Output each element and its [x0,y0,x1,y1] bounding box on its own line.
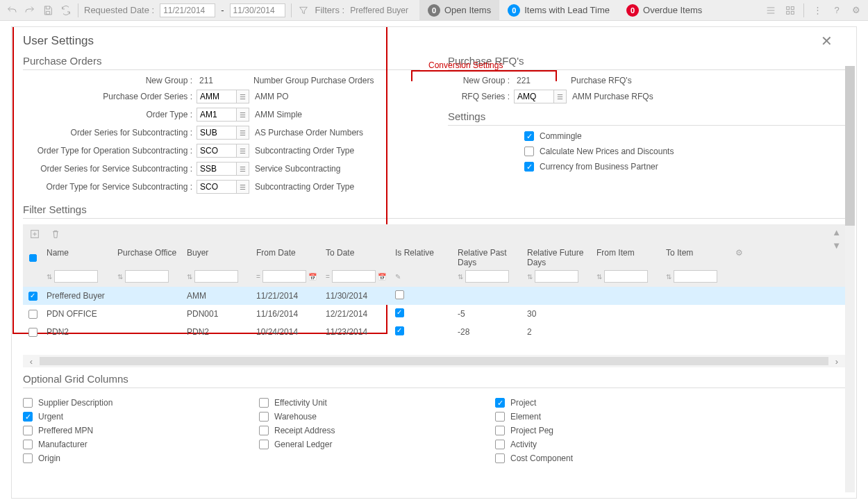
checkbox[interactable] [495,412,505,422]
checkbox[interactable] [23,426,33,435]
lookup-icon[interactable]: ☰ [554,90,567,103]
row-checkbox[interactable] [28,292,37,301]
column-header[interactable]: Relative Future Days [523,244,592,270]
scroll-left-icon[interactable]: ‹ [23,356,40,367]
lookup-icon[interactable]: ☰ [237,126,249,140]
column-header[interactable]: Buyer [183,244,252,270]
sort-icon[interactable]: ⇅ [527,273,533,281]
arrow-up-icon[interactable]: ▲ [832,227,841,238]
checkbox[interactable] [495,398,505,408]
arrow-down-icon[interactable]: ▼ [832,240,841,251]
combo-input[interactable] [197,180,237,194]
lookup-icon[interactable]: ☰ [237,108,249,122]
is-relative-checkbox[interactable] [395,326,404,335]
filter-row[interactable]: PDN2 PDN2 10/24/2014 11/23/2014 -28 2 [23,323,845,341]
redo-icon[interactable] [24,4,36,17]
checkbox[interactable] [23,412,33,422]
scroll-thumb[interactable] [845,66,855,226]
filter-row[interactable]: Preffered Buyer AMM 11/21/2014 11/30/201… [23,287,845,305]
column-header[interactable]: Relative Past Days [453,244,523,270]
filter-op-icon[interactable]: = [256,273,260,281]
combo-input[interactable] [514,90,554,103]
horizontal-scrollbar[interactable]: ‹ › [23,355,845,367]
close-icon[interactable]: ✕ [821,34,833,48]
combo-input[interactable] [197,126,237,140]
filter-icon[interactable] [297,4,310,17]
checkbox[interactable] [259,398,269,408]
sort-icon[interactable]: ⇅ [187,273,192,281]
date-to-input[interactable] [230,3,285,17]
vertical-scrollbar[interactable] [845,66,855,492]
combo-input[interactable] [197,144,237,158]
row-checkbox[interactable] [28,328,37,337]
refresh-icon[interactable] [60,4,72,17]
edit-filter-icon[interactable]: ✎ [395,273,401,281]
date-from-input[interactable] [160,3,215,17]
active-filter-name[interactable]: Preffered Buyer [350,6,408,15]
scroll-right-icon[interactable]: › [828,356,845,367]
save-icon[interactable] [42,4,54,17]
sort-icon[interactable]: ⇅ [47,273,52,281]
list-view-icon[interactable] [765,4,777,17]
row-checkbox[interactable] [28,310,37,319]
column-filter-input[interactable] [125,270,169,283]
column-filter-input[interactable] [535,270,578,283]
gear-icon[interactable]: ⚙ [850,4,862,17]
combo-input[interactable] [197,108,237,122]
column-filter-input[interactable] [194,270,238,283]
add-row-icon[interactable] [28,228,41,240]
checkbox[interactable] [524,162,534,172]
column-header[interactable]: Purchase Office [113,244,183,270]
sort-icon[interactable]: ⇅ [666,273,671,281]
checkbox[interactable] [23,398,33,408]
lookup-icon[interactable]: ☰ [237,162,249,176]
lookup-icon[interactable]: ☰ [237,90,249,103]
checkbox[interactable] [495,440,505,449]
column-filter-input[interactable] [604,270,648,283]
column-filter-input[interactable] [262,270,306,283]
calendar-icon[interactable]: 📅 [378,273,386,281]
column-filter-input[interactable] [674,270,717,283]
is-relative-checkbox[interactable] [395,308,404,317]
column-filter-input[interactable] [332,270,376,283]
checkbox[interactable] [524,147,534,156]
column-filter-input[interactable] [54,270,98,283]
select-all-header[interactable] [23,244,42,270]
checkbox[interactable] [23,440,33,449]
checkbox[interactable] [495,426,505,435]
more-icon[interactable]: ⋮ [811,4,824,17]
status-tab[interactable]: 0Items with Lead Time [499,0,618,21]
delete-row-icon[interactable] [49,228,62,240]
help-icon[interactable]: ? [831,4,843,17]
column-header[interactable]: From Date [252,244,322,270]
undo-icon[interactable] [6,4,18,17]
grid-view-icon[interactable] [784,4,796,17]
checkbox[interactable] [259,440,269,449]
column-header[interactable]: To Date [322,244,391,270]
sort-icon[interactable]: ⇅ [117,273,123,281]
checkbox[interactable] [23,453,33,463]
grid-reorder-arrows[interactable]: ▲▼ [832,227,841,251]
status-tab[interactable]: 0Overdue Items [618,0,710,21]
column-header[interactable]: Name [42,244,113,270]
column-header[interactable]: To Item [662,244,731,270]
combo-input[interactable] [197,162,237,176]
status-tab[interactable]: 0Open Items [419,0,499,21]
column-header[interactable]: From Item [592,244,662,270]
filter-op-icon[interactable]: = [326,273,330,281]
checkbox[interactable] [259,426,269,435]
checkbox[interactable] [495,453,505,463]
checkbox[interactable] [259,412,269,422]
scroll-track[interactable] [40,357,828,365]
checkbox[interactable] [524,131,534,141]
lookup-icon[interactable]: ☰ [237,180,249,194]
sort-icon[interactable]: ⇅ [458,273,463,281]
calendar-icon[interactable]: 📅 [308,273,317,281]
lookup-icon[interactable]: ☰ [237,144,249,158]
filter-row[interactable]: PDN OFFICE PDN001 11/16/2014 12/21/2014 … [23,305,845,323]
sort-icon[interactable]: ⇅ [596,273,602,281]
combo-input[interactable] [197,90,237,103]
is-relative-checkbox[interactable] [395,290,404,299]
column-header[interactable]: Is Relative [391,244,453,270]
column-filter-input[interactable] [465,270,509,283]
